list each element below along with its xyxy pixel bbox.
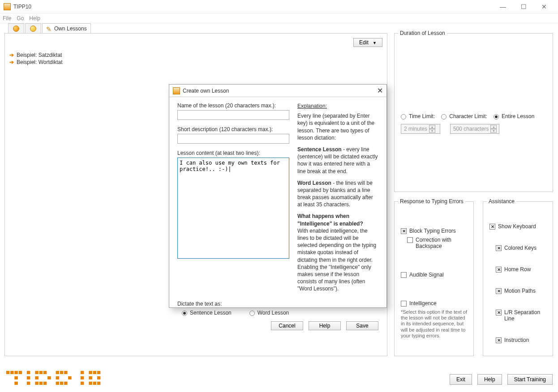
btn-label: Start Training — [514, 376, 546, 383]
check-intelligence[interactable]: Intelligence — [401, 300, 467, 307]
cancel-button[interactable]: Cancel — [271, 321, 303, 330]
radio-char-limit[interactable]: Character Limit: — [441, 113, 487, 119]
list-item[interactable]: ➔ Beispiel: Satzdiktat — [9, 51, 382, 59]
intelligence-question: What happens when "Intelligence" is enab… — [297, 213, 378, 292]
app-icon — [173, 87, 180, 94]
radio-label: Sentence Lesson — [190, 310, 232, 316]
check-label: Motion Paths — [504, 288, 536, 294]
check-block-errors[interactable]: Block Typing Errors — [401, 228, 467, 234]
checkbox-icon — [407, 237, 413, 243]
footer-help-button[interactable]: Help — [477, 374, 502, 385]
response-fieldset: Response to Typing Errors Block Typing E… — [394, 201, 474, 356]
edit-button[interactable]: Edit ▼ — [353, 38, 382, 47]
assistance-fieldset: Assistance Show Keyboard Colored Keys Ho… — [483, 201, 553, 356]
radio-label: Word Lesson — [258, 310, 289, 316]
btn-label: Exit — [456, 376, 465, 383]
radio-label: Entire Lesson — [502, 113, 534, 119]
radio-label: Character Limit: — [449, 113, 487, 119]
intelligence-q-head: What happens when "Intelligence" is enab… — [297, 213, 363, 226]
tab-tips[interactable] — [25, 23, 41, 33]
check-home-row[interactable]: Home Row — [496, 266, 546, 273]
lesson-content-textarea[interactable] — [177, 158, 289, 259]
lesson-list: ➔ Beispiel: Satzdiktat ➔ Beispiel: Wortd… — [9, 51, 382, 66]
arrow-icon: ➔ — [9, 59, 14, 65]
time-limit-spinner: 2 minutes ▲▼ — [401, 124, 440, 134]
radio-word-lesson[interactable]: Word Lesson — [249, 310, 289, 316]
checkbox-icon — [496, 310, 502, 315]
arrow-icon: ➔ — [9, 52, 14, 58]
maximize-button[interactable]: ☐ — [513, 0, 534, 13]
check-label: Correction with Backspace — [416, 237, 467, 249]
duration-fieldset: Duration of Lesson Time Limit: Character… — [394, 33, 553, 192]
tab-own-label: Own Lessons — [54, 26, 87, 32]
save-button[interactable]: Save — [346, 321, 378, 330]
checkbox-icon — [401, 272, 407, 278]
char-limit-spinner: 500 characters ▲▼ — [450, 124, 499, 134]
duration-legend: Duration of Lesson — [398, 30, 447, 36]
help-button[interactable]: Help — [309, 321, 341, 330]
dictate-label: Dictate the text as: — [177, 301, 378, 307]
word-lesson-head: Word Lesson — [297, 180, 331, 186]
menu-file[interactable]: File — [3, 15, 11, 21]
response-legend: Response to Typing Errors — [398, 198, 465, 205]
app-icon — [4, 3, 11, 10]
radio-icon — [441, 114, 446, 119]
check-colored-keys[interactable]: Colored Keys — [496, 245, 546, 251]
tab-own-lessons[interactable]: Own Lessons — [42, 23, 91, 33]
spinner-value: 2 minutes — [404, 126, 427, 132]
radio-sentence-lesson[interactable]: Sentence Lesson — [182, 310, 232, 316]
checkbox-icon — [496, 245, 502, 251]
pencil-icon — [46, 26, 52, 32]
check-show-keyboard[interactable]: Show Keyboard — [489, 223, 546, 230]
content-label: Lesson content (at least two lines): — [177, 150, 289, 156]
intelligence-q-body: With enabled intelligence, the lines to … — [297, 228, 376, 292]
explanation-heading: Explanation: — [297, 102, 378, 110]
radio-entire-lesson[interactable]: Entire Lesson — [494, 113, 534, 119]
check-label: Colored Keys — [504, 245, 537, 251]
dialog-close-button[interactable]: ✕ — [377, 86, 383, 95]
minimize-button[interactable]: — — [493, 0, 513, 13]
btn-label: Cancel — [279, 323, 295, 329]
tab-training[interactable] — [8, 23, 24, 33]
exit-button[interactable]: Exit — [450, 374, 472, 385]
check-label: Show Keyboard — [498, 223, 536, 230]
btn-label: Save — [356, 323, 368, 329]
short-desc-label: Short description (120 characters max.): — [177, 126, 289, 132]
radio-time-limit[interactable]: Time Limit: — [401, 113, 435, 119]
check-motion-paths[interactable]: Motion Paths — [496, 288, 546, 294]
checkbox-icon — [496, 267, 502, 273]
checkbox-icon — [496, 337, 502, 343]
sentence-lesson-head: Sentence Lesson — [297, 146, 342, 153]
spinner-down-icon: ▼ — [429, 129, 435, 133]
edit-button-label: Edit — [359, 39, 369, 46]
close-button[interactable]: ✕ — [534, 0, 554, 13]
check-correction[interactable]: Correction with Backspace — [407, 237, 467, 249]
menubar: File Go Help — [0, 13, 558, 23]
word-lesson-text: Word Lesson - the lines will be separate… — [297, 179, 378, 209]
intelligence-note: *Select this option if the text of the l… — [401, 309, 467, 339]
radio-icon — [249, 311, 255, 316]
titlebar: TIPP10 — ☐ ✕ — [0, 0, 558, 13]
start-training-button[interactable]: Start Training — [507, 374, 553, 385]
menu-go[interactable]: Go — [17, 15, 24, 21]
check-audible[interactable]: Audible Signal — [401, 272, 467, 278]
dialog-title: Create own Lesson — [183, 88, 229, 94]
spinner-up-icon: ▲ — [429, 125, 435, 129]
menu-help[interactable]: Help — [29, 15, 40, 21]
lesson-name-input[interactable] — [177, 110, 289, 120]
check-instruction[interactable]: Instruction — [496, 337, 546, 343]
orange-dot-icon — [13, 26, 19, 32]
spinner-up-icon: ▲ — [490, 125, 497, 129]
checkbox-icon — [401, 301, 407, 307]
name-label: Name of the lesson (20 characters max.): — [177, 102, 289, 109]
checkbox-icon — [489, 224, 495, 230]
short-desc-input[interactable] — [177, 134, 289, 144]
check-separation-line[interactable]: L/R Separation Line — [496, 309, 546, 322]
check-label: Instruction — [504, 337, 529, 343]
spinner-value: 500 characters — [453, 126, 489, 132]
lesson-label: Beispiel: Wortdiktat — [17, 59, 63, 65]
btn-label: Help — [484, 376, 495, 383]
sentence-lesson-text: Sentence Lesson - every line (sentence) … — [297, 146, 378, 175]
list-item[interactable]: ➔ Beispiel: Wortdiktat — [9, 59, 382, 66]
check-label: Audible Signal — [409, 272, 444, 278]
